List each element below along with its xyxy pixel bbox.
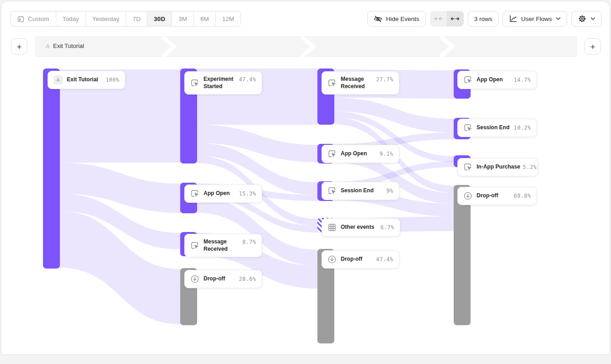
flow-node-drop-off[interactable]: Drop-off28.6%: [184, 270, 262, 288]
rows-label: 3 rows: [474, 16, 493, 22]
view-label: User Flows: [521, 16, 552, 22]
date-range-30d[interactable]: 30D: [147, 11, 172, 26]
flow-node-drop-off[interactable]: Drop-off47.4%: [322, 250, 399, 269]
date-range-label: Today: [63, 16, 79, 22]
flow-node-label: Drop-off: [477, 192, 498, 200]
chevron-down-icon: [590, 17, 595, 21]
toolbar-right: Hide Events 3 rows: [367, 11, 602, 26]
flow-node-label: Message Received: [341, 76, 373, 90]
hide-events-button[interactable]: Hide Events: [367, 11, 426, 26]
flow-bar-drop-off: [454, 185, 471, 325]
date-range-label: Yesterday: [92, 16, 120, 22]
event-badge: A: [54, 75, 63, 84]
date-range-label: 3M: [178, 16, 187, 22]
date-range-selector: CustomTodayYesterday7D30D3M6M12M: [10, 11, 241, 26]
date-range-today[interactable]: Today: [56, 11, 86, 26]
event-icon: [327, 149, 337, 158]
flow-node-percentage: 47.4%: [376, 256, 393, 263]
flow-node-percentage: 28.6%: [239, 275, 256, 282]
flow-node-experiment-started[interactable]: Experiment Started47.4%: [184, 71, 262, 95]
flow-node-percentage: 6.7%: [381, 224, 394, 231]
flow-node-exit-tutorial[interactable]: AExit Tutorial100%: [48, 71, 125, 89]
flow-node-other-events[interactable]: Other events6.7%: [322, 218, 400, 237]
flow-node-session-end[interactable]: Session End9%: [322, 182, 399, 200]
flow-node-label: Drop-off: [204, 275, 225, 283]
column-separator-chevron: [300, 36, 316, 57]
date-range-label: 6M: [200, 16, 209, 22]
event-icon: [190, 189, 199, 198]
flow-node-percentage: 100%: [106, 76, 119, 83]
flow-node-percentage: 5.2%: [523, 164, 536, 170]
other-events-icon: [327, 223, 337, 232]
collapse-columns-button[interactable]: [430, 11, 447, 26]
flow-node-label: In-App Purchase: [477, 164, 520, 171]
flow-node-label: Exit Tutorial: [67, 76, 98, 84]
flow-node-percentage: 15.3%: [239, 190, 256, 197]
flow-node-percentage: 10.2%: [514, 124, 531, 131]
flow-node-app-open[interactable]: App Open9.1%: [322, 145, 399, 163]
flow-node-percentage: 47.4%: [239, 76, 256, 83]
flow-node-app-open[interactable]: App Open14.7%: [457, 71, 537, 89]
flow-node-message-received[interactable]: Message Received8.7%: [184, 234, 262, 257]
flow-node-label: Session End: [341, 187, 374, 195]
chevron-down-icon: [556, 17, 561, 21]
flow-node-label: Other events: [341, 224, 374, 231]
event-icon: [190, 241, 199, 250]
flow-chart-icon: [509, 15, 517, 23]
flow-node-label: Session End: [477, 124, 509, 132]
add-step-right-button[interactable]: +: [584, 38, 601, 55]
drop-off-icon: [190, 274, 199, 284]
flow-title[interactable]: Exit Tutorial: [53, 42, 84, 49]
flow-node-in-app-purchase[interactable]: In-App Purchase5.2%: [457, 158, 538, 176]
flow-node-label: Drop-off: [341, 256, 362, 263]
drop-off-icon: [327, 255, 337, 264]
event-icon: [327, 79, 337, 88]
flow-node-drop-off[interactable]: Drop-off69.8%: [457, 187, 537, 205]
flow-node-percentage: 14.7%: [514, 76, 531, 83]
flow-node-label: Experiment Started: [204, 76, 236, 90]
column-separator-chevron: [161, 36, 177, 57]
calendar-icon: [17, 15, 25, 23]
date-range-7d[interactable]: 7D: [126, 11, 147, 26]
event-icon: [463, 163, 472, 172]
event-icon: [190, 79, 199, 88]
date-range-3m[interactable]: 3M: [172, 11, 194, 26]
flow-node-percentage: 27.7%: [376, 76, 393, 83]
flow-bar-exit-tutorial: [43, 69, 60, 269]
date-range-label: 30D: [154, 16, 165, 22]
flow-node-percentage: 69.8%: [514, 192, 531, 199]
flow-node-message-received[interactable]: Message Received27.7%: [322, 71, 399, 95]
column-width-toggle: [430, 11, 464, 26]
rows-button[interactable]: 3 rows: [468, 11, 499, 26]
flow-node-percentage: 9.1%: [380, 150, 393, 157]
date-range-yesterday[interactable]: Yesterday: [86, 11, 127, 26]
flow-node-label: Message Received: [204, 238, 240, 253]
gear-icon: [578, 14, 587, 23]
eye-off-icon: [374, 15, 382, 23]
event-icon: [327, 186, 337, 195]
flow-node-percentage: 8.7%: [242, 238, 256, 245]
flow-node-session-end[interactable]: Session End10.2%: [457, 119, 537, 137]
flow-node-label: App Open: [204, 190, 230, 197]
hide-events-label: Hide Events: [386, 16, 419, 22]
drop-off-icon: [463, 191, 472, 200]
add-step-left-button[interactable]: +: [11, 38, 27, 55]
flow-node-label: App Open: [477, 76, 503, 84]
flow-column-header-band: A Exit Tutorial: [35, 36, 577, 57]
date-range-12m[interactable]: 12M: [216, 11, 241, 26]
date-range-label: 12M: [222, 16, 234, 22]
settings-button[interactable]: [571, 11, 602, 26]
column-separator-chevron: [439, 36, 455, 57]
view-selector-button[interactable]: User Flows: [503, 11, 567, 26]
date-range-label: 7D: [133, 16, 140, 22]
event-icon: [463, 75, 472, 84]
date-range-6m[interactable]: 6M: [194, 11, 216, 26]
flow-node-app-open[interactable]: App Open15.3%: [184, 185, 262, 203]
date-range-label: Custom: [28, 16, 49, 22]
flow-badge: A: [46, 43, 50, 50]
expand-columns-button[interactable]: [447, 11, 464, 26]
event-icon: [463, 123, 472, 132]
date-range-custom[interactable]: Custom: [11, 11, 56, 26]
toolbar: CustomTodayYesterday7D30D3M6M12M Hide Ev…: [10, 11, 602, 26]
flow-node-label: App Open: [341, 150, 367, 158]
